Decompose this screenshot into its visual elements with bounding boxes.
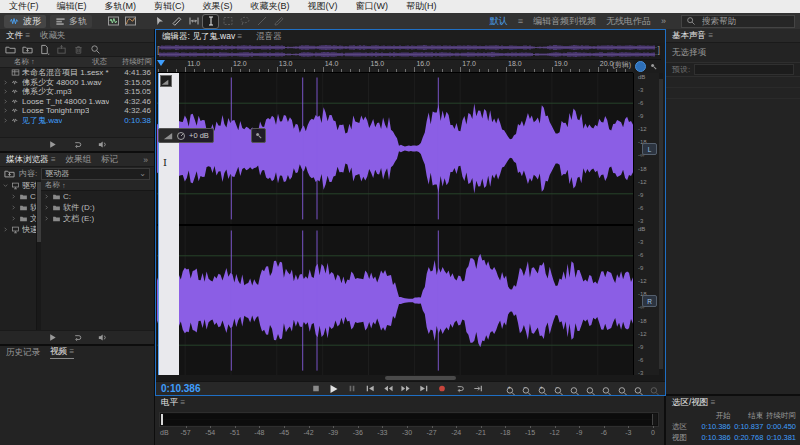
zoom-in-time-full-button[interactable]: +: [537, 383, 549, 394]
file-row-2[interactable]: 佛系少女.mp33:15.05: [0, 87, 154, 97]
time-value[interactable]: 0:20.768: [731, 433, 764, 443]
razor-tool-button[interactable]: [169, 15, 184, 28]
panel-menu-icon[interactable]: ≡: [51, 155, 56, 164]
zoom-in-button[interactable]: +: [505, 383, 517, 394]
trash-icon[interactable]: [73, 44, 84, 55]
tree-item-2[interactable]: 软件 (D:): [0, 202, 36, 213]
tree-item-1[interactable]: C:: [0, 191, 36, 202]
skip-to-end-button[interactable]: [417, 383, 430, 394]
help-search-box[interactable]: [681, 15, 795, 28]
multitrack-mode-button[interactable]: 多轨: [50, 15, 92, 28]
zoom-out-button[interactable]: −: [521, 383, 533, 394]
skip-to-start-button[interactable]: [363, 383, 376, 394]
zoom-selection-in-button[interactable]: [585, 383, 597, 394]
panel-menu-icon[interactable]: ≡: [25, 31, 30, 40]
time-value[interactable]: 0:10.837: [731, 422, 764, 432]
tab-markers[interactable]: 标记: [101, 154, 118, 166]
drive-row-2[interactable]: 文档 (E:): [41, 213, 154, 224]
loop-icon[interactable]: [72, 139, 83, 150]
volume-knob-icon[interactable]: [176, 131, 186, 141]
workspace-edit-audio-to-video[interactable]: 编辑音频到视频: [533, 15, 596, 28]
media-list-header[interactable]: 名称 ↑: [41, 180, 154, 191]
preset-row[interactable]: 预设:: [666, 63, 800, 77]
file-row-5[interactable]: 见了鬼.wav0:10.38: [0, 116, 154, 126]
skip-selection-button[interactable]: [471, 383, 484, 394]
menu-item-1[interactable]: 编辑(E): [48, 0, 96, 13]
play-icon[interactable]: [47, 139, 58, 150]
menu-item-3[interactable]: 剪辑(C): [145, 0, 194, 13]
channel-left-button[interactable]: L: [642, 143, 657, 155]
tree-item-4[interactable]: 快速访问: [0, 224, 36, 235]
timeline-ruler[interactable]: (剪辑) 11.012.013.014.015.016.017.018.019.…: [157, 60, 633, 73]
stop-button[interactable]: [309, 383, 322, 394]
marquee-selection-tool-button[interactable]: [220, 15, 235, 28]
menu-item-7[interactable]: 窗口(W): [347, 0, 398, 13]
vertical-scrollbar[interactable]: [659, 73, 663, 375]
panel-menu-icon[interactable]: ≡: [69, 347, 74, 356]
pin-icon[interactable]: [649, 62, 658, 71]
panel-menu-icon[interactable]: ≡: [180, 398, 185, 407]
overview-right-handle[interactable]: ]: [657, 44, 660, 57]
channel-right-button[interactable]: R: [642, 295, 657, 307]
tab-levels[interactable]: 电平 ≡: [161, 397, 185, 409]
time-value[interactable]: 0:00.450: [763, 422, 796, 432]
workspace-overflow-chevron[interactable]: »: [661, 16, 666, 26]
slip-tool-button[interactable]: [186, 15, 201, 28]
time-selection[interactable]: [158, 73, 179, 375]
workspace-menu-icon[interactable]: ≡: [518, 16, 523, 26]
tab-files[interactable]: 文件 ≡: [6, 30, 30, 42]
zoom-to-selection-button[interactable]: [617, 383, 629, 394]
file-row-3[interactable]: Loose T_ht 48000 1.wav4:32.46: [0, 97, 154, 107]
rewind-button[interactable]: [381, 383, 394, 394]
play-button[interactable]: [327, 383, 340, 394]
auto-play-speaker-icon[interactable]: [97, 332, 108, 343]
time-value[interactable]: 0:10.381: [763, 433, 796, 443]
time-value[interactable]: 0:10.386: [698, 433, 731, 443]
overview-left-handle[interactable]: [: [157, 44, 160, 57]
export-icon[interactable]: [56, 44, 67, 55]
auto-play-speaker-icon[interactable]: [97, 139, 108, 150]
line-tool-button[interactable]: [254, 15, 269, 28]
zoom-out-time-full-button[interactable]: −: [553, 383, 565, 394]
waveform-mode-button[interactable]: 波形: [4, 15, 46, 28]
help-search-input[interactable]: [700, 15, 784, 27]
tab-overflow-chevron[interactable]: »: [143, 155, 148, 165]
pause-button[interactable]: [345, 383, 358, 394]
drive-row-0[interactable]: C:: [41, 191, 154, 202]
playhead-marker[interactable]: [157, 60, 165, 66]
drive-row-1[interactable]: 软件 (D:): [41, 202, 154, 213]
menu-item-8[interactable]: 帮助(H): [397, 0, 446, 13]
menu-item-2[interactable]: 多轨(M): [96, 0, 146, 13]
waveform-view-button[interactable]: [106, 15, 121, 28]
tab-editor[interactable]: 编辑器: 见了鬼.wav ≡: [162, 31, 242, 43]
panel-menu-icon[interactable]: ≡: [711, 398, 716, 407]
tab-effects-rack[interactable]: 效果组: [66, 154, 92, 166]
loop-icon[interactable]: [72, 332, 83, 343]
waveform-display[interactable]: +0 dB I: [157, 73, 633, 375]
zoom-amplitude-button[interactable]: [569, 383, 581, 394]
panel-menu-icon[interactable]: ≡: [708, 31, 713, 40]
loop-playback-button[interactable]: [453, 383, 466, 394]
tab-favorites[interactable]: 收藏夹: [40, 30, 66, 42]
tab-selection-view[interactable]: 选区/视图 ≡: [672, 397, 715, 409]
fade-in-handle[interactable]: [160, 75, 172, 87]
menu-item-5[interactable]: 收藏夹(B): [242, 0, 299, 13]
time-selection-tool-button[interactable]: [203, 15, 218, 28]
workspace-radio-production[interactable]: 无线电作品: [606, 15, 651, 28]
tab-media-browser[interactable]: 媒体浏览器 ≡: [6, 154, 56, 166]
zoom-selection-out-button[interactable]: [601, 383, 613, 394]
workspace-default[interactable]: 默认: [490, 15, 508, 28]
new-file-icon[interactable]: [39, 44, 50, 55]
record-button[interactable]: [435, 383, 448, 394]
time-value[interactable]: 0:10.386: [698, 422, 731, 432]
fast-forward-button[interactable]: [399, 383, 412, 394]
search-icon[interactable]: [90, 44, 101, 55]
import-icon[interactable]: [4, 168, 15, 179]
content-dropdown[interactable]: 驱动器⌄: [41, 168, 150, 180]
overview-strip[interactable]: [ ]: [156, 43, 661, 60]
tab-history[interactable]: 历史记录: [6, 347, 40, 359]
play-icon[interactable]: [47, 332, 58, 343]
tab-essential-sound[interactable]: 基本声音 ≡: [672, 30, 713, 42]
zoom-extra-button[interactable]: [649, 383, 661, 394]
tab-video[interactable]: 视频 ≡: [50, 346, 74, 359]
